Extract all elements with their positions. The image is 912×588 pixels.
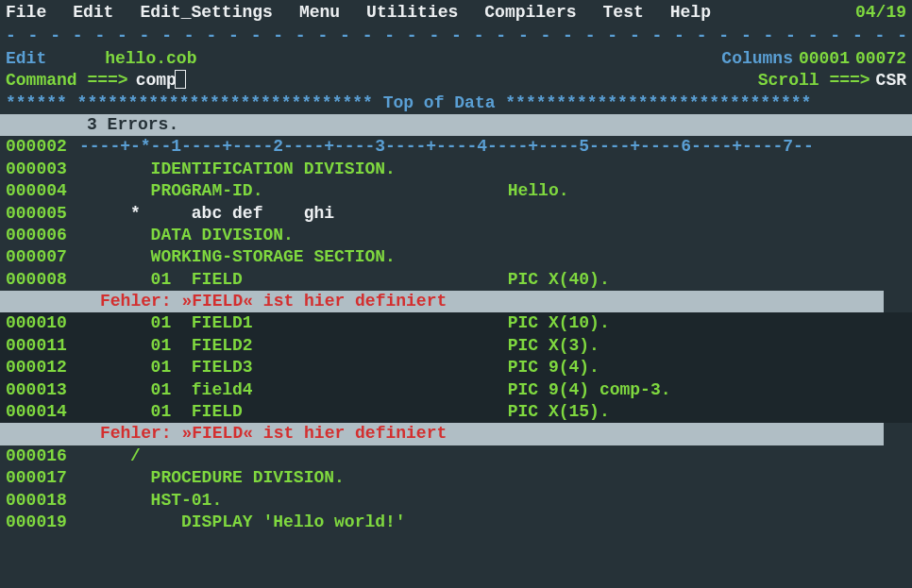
editor-header: Edit hello.cob Columns 00001 00072 (0, 48, 912, 70)
line-number: 000007 (6, 246, 79, 268)
code-line[interactable]: 000010 01 FIELD1 PIC X(10). (0, 312, 912, 334)
code-text[interactable]: PROCEDURE DIVISION. (79, 467, 345, 489)
line-number: 000016 (6, 445, 79, 467)
code-line[interactable]: 000017 PROCEDURE DIVISION. (0, 467, 912, 489)
code-line[interactable]: 000014 01 FIELD PIC X(15). (0, 401, 912, 423)
line-number: 000002 (6, 136, 79, 158)
mode-label: Edit (6, 48, 46, 70)
code-text[interactable]: 01 FIELD PIC X(15). (79, 401, 610, 423)
error-bar-2: Fehler: »FIELD« ist hier definiert (0, 423, 884, 445)
top-of-data-marker: ****** ***************************** Top… (0, 92, 912, 114)
code-text[interactable]: WORKING-STORAGE SECTION. (79, 246, 396, 268)
line-number: 000011 (6, 335, 79, 357)
code-text[interactable]: DATA DIVISION. (79, 225, 294, 246)
menu-utilities[interactable]: Utilities (366, 2, 458, 24)
code-text[interactable]: 01 field4 PIC 9(4) comp-3. (79, 379, 671, 401)
filename: hello.cob (103, 48, 198, 70)
code-line[interactable]: 000006 DATA DIVISION. (0, 225, 912, 246)
code-text[interactable]: 01 FIELD1 PIC X(10). (79, 312, 610, 334)
scroll-label: Scroll ===> (758, 70, 870, 92)
errors-summary-text: 3 Errors. (87, 115, 178, 134)
line-number: 000008 (6, 269, 79, 291)
menu-help[interactable]: Help (670, 2, 711, 24)
code-line[interactable]: 000003 IDENTIFICATION DIVISION. (0, 159, 912, 180)
code-text[interactable]: 01 FIELD2 PIC X(3). (79, 335, 600, 357)
command-label: Command ===> (6, 70, 128, 92)
menu-file[interactable]: File (6, 2, 46, 24)
code-line[interactable]: 000012 01 FIELD3 PIC 9(4). (0, 357, 912, 378)
line-number: 000013 (6, 379, 79, 401)
date-indicator: 04/19 (855, 2, 906, 24)
code-text[interactable]: DISPLAY 'Hello world!' (79, 512, 406, 533)
error-text-1: Fehler: »FIELD« ist hier definiert (100, 291, 447, 312)
code-line[interactable]: 000007 WORKING-STORAGE SECTION. (0, 246, 912, 268)
menubar: File Edit Edit_Settings Menu Utilities C… (0, 0, 912, 25)
code-text[interactable]: IDENTIFICATION DIVISION. (79, 159, 396, 180)
code-line[interactable]: 000016 / (0, 445, 912, 467)
code-text[interactable]: HST-01. (79, 490, 222, 512)
scroll-value[interactable]: CSR (876, 70, 906, 92)
columns-label: Columns (721, 48, 793, 70)
line-number: 000005 (6, 203, 79, 225)
error-bar-1: Fehler: »FIELD« ist hier definiert (0, 291, 884, 312)
menu-edit-settings[interactable]: Edit_Settings (140, 2, 272, 24)
code-line[interactable]: 000004 PROGRAM-ID. Hello. (0, 180, 912, 202)
line-number: 000010 (6, 312, 79, 334)
code-line[interactable]: 000018 HST-01. (0, 490, 912, 512)
code-line[interactable]: 000011 01 FIELD2 PIC X(3). (0, 335, 912, 357)
line-number: 000004 (6, 180, 79, 202)
code-text[interactable]: 01 FIELD3 PIC 9(4). (79, 357, 600, 378)
code-text[interactable]: 01 FIELD PIC X(40). (79, 269, 610, 291)
code-text[interactable]: PROGRAM-ID. Hello. (79, 180, 568, 202)
code-line[interactable]: 000019 DISPLAY 'Hello world!' (0, 512, 912, 533)
error-text-2: Fehler: »FIELD« ist hier definiert (100, 423, 447, 445)
command-input[interactable]: comp (136, 70, 177, 92)
code-line[interactable]: 000005 * abc def ghi (0, 203, 912, 225)
code-line[interactable]: 000013 01 field4 PIC 9(4) comp-3. (0, 379, 912, 401)
menu-test[interactable]: Test (603, 2, 644, 24)
line-number: 000017 (6, 467, 79, 489)
code-line[interactable]: 000002----+-*--1----+----2----+----3----… (0, 136, 912, 158)
code-line[interactable]: 000008 01 FIELD PIC X(40). (0, 269, 912, 291)
menu-compilers[interactable]: Compilers (484, 2, 576, 24)
menu-menu[interactable]: Menu (299, 2, 340, 24)
line-number: 000018 (6, 490, 79, 512)
line-number: 000012 (6, 357, 79, 378)
code-text[interactable]: * abc def ghi (79, 203, 334, 225)
col-end: 00072 (855, 48, 906, 70)
line-number: 000019 (6, 512, 79, 533)
col-start: 00001 (799, 48, 850, 70)
line-number: 000003 (6, 159, 79, 180)
errors-summary-bar: 3 Errors. (0, 114, 912, 136)
command-row: Command ===> comp Scroll ===> CSR (0, 70, 912, 92)
ruler-line: ----+-*--1----+----2----+----3----+----4… (79, 136, 814, 158)
cursor-icon (175, 70, 186, 89)
divider-line: - - - - - - - - - - - - - - - - - - - - … (0, 25, 912, 47)
line-number: 000014 (6, 401, 79, 423)
code-text[interactable]: / (79, 445, 141, 467)
menu-edit[interactable]: Edit (73, 2, 113, 24)
line-number: 000006 (6, 225, 79, 246)
